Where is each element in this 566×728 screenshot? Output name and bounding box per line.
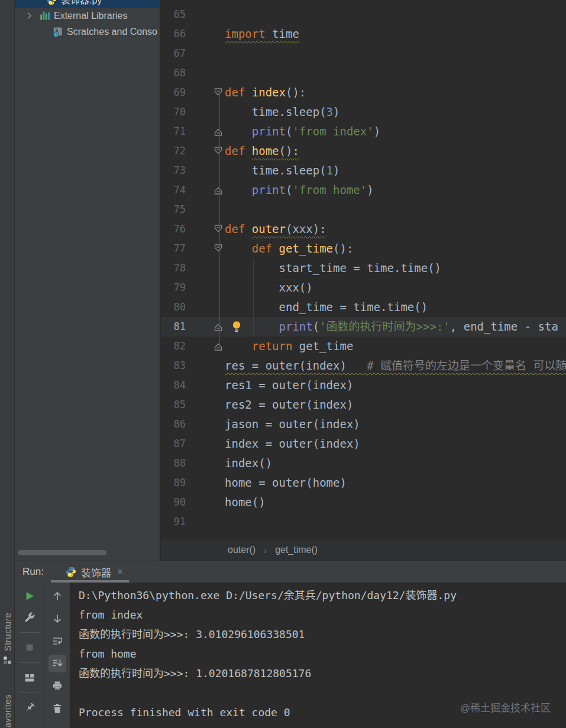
code-text: home = outer(home) [225,473,347,493]
line-number: 90 [166,493,186,512]
down-arrow-button[interactable] [48,610,66,627]
fold-down-icon[interactable] [214,243,223,254]
toolbar-separator [20,662,40,663]
code-text: end_time = time.time() [225,297,428,317]
editor-line-66[interactable]: 66import time [161,24,566,44]
code-text: print('函数的执行时间为>>>:', end_time - sta [225,317,558,337]
settings-button[interactable] [21,609,38,626]
editor-line-69[interactable]: 69def index(): [161,83,566,102]
code-text: return get_time [225,337,353,356]
breadcrumb-item-get-time[interactable]: get_time() [275,545,318,555]
line-number: 65 [166,5,186,24]
toolbar-separator [20,693,40,693]
editor-line-70[interactable]: 70 time.sleep(3) [161,102,566,122]
watermark: @稀土掘金技术社区 [460,700,551,714]
editor-line-76[interactable]: 76def outer(xxx): [161,219,566,239]
editor-line-73[interactable]: 73 time.sleep(1) [161,161,566,180]
line-number: 75 [166,200,186,219]
print-button[interactable] [48,677,66,695]
editor-line-86[interactable]: 86jason = outer(index) [161,415,566,434]
editor-line-74[interactable]: 74 print('from home') [161,180,566,200]
editor-line-75[interactable]: 75 [161,200,566,219]
chevron-right-icon[interactable] [22,11,35,21]
console-line: 函数的执行时间为>>>: 3.010296106338501 [79,625,566,644]
breadcrumb: outer() › get_time() [161,539,566,561]
editor-line-67[interactable]: 67 [161,44,566,63]
print-icon [51,680,63,692]
console-toolbar [45,583,70,728]
scroll-to-end-icon [51,658,63,669]
scroll-to-end-button[interactable] [48,655,66,672]
rerun-button[interactable] [21,587,38,605]
up-arrow-button[interactable] [48,587,66,605]
fold-up-icon[interactable] [214,321,223,332]
run-tab[interactable]: 装饰器 × [51,561,129,583]
breadcrumb-item-outer[interactable]: outer() [228,545,255,555]
line-number: 82 [166,337,186,356]
line-number: 70 [166,102,186,122]
stop-button[interactable] [21,639,38,656]
editor-line-79[interactable]: 79 xxx() [161,278,566,297]
line-number: 79 [166,278,186,297]
editor-line-78[interactable]: 78 start_time = time.time() [161,258,566,278]
editor-line-82[interactable]: 82 return get_time [161,337,566,356]
editor-line-65[interactable]: 65 [161,5,566,24]
code-text: import time [225,24,299,44]
editor-line-90[interactable]: 90home() [161,493,566,512]
fold-down-icon[interactable] [214,87,223,98]
editor-line-68[interactable]: 68 [161,63,566,83]
line-number: 71 [166,122,186,141]
sidebar-tab-favorites[interactable]: Favorites [0,694,15,728]
editor-line-83[interactable]: 83res = outer(index) # 赋值符号的左边是一个变量名 可以随 [161,356,566,376]
favorites-tab-label: Favorites [2,694,12,728]
down-arrow-icon [51,613,63,625]
run-label: Run: [22,561,44,582]
editor-line-89[interactable]: 89home = outer(home) [161,473,566,493]
code-text: start_time = time.time() [225,258,441,278]
close-icon[interactable]: × [117,566,123,578]
line-number: 87 [166,434,186,454]
line-number: 67 [166,44,186,63]
stop-icon [24,642,35,653]
python-icon [46,0,57,5]
fold-up-icon[interactable] [214,341,223,352]
code-text: time.sleep(3) [225,102,340,122]
editor-line-84[interactable]: 84res1 = outer(index) [161,376,566,395]
project-panel: 装饰器.pyExternal LibrariesScratches and Co… [15,0,160,561]
tree-item-label: External Libraries [54,11,128,21]
editor-line-71[interactable]: 71 print('from index') [161,122,566,141]
tree-item-external-libraries[interactable]: External Libraries [15,8,160,24]
editor-line-88[interactable]: 88index() [161,454,566,473]
console-line: D:\Python36\python.exe D:/Users/余其兵/pyth… [79,585,566,605]
editor-line-87[interactable]: 87index = outer(index) [161,434,566,454]
soft-wrap-button[interactable] [48,632,66,650]
fold-down-icon[interactable] [214,145,223,157]
editor-line-72[interactable]: 72def home(): [161,141,566,161]
pin-icon [24,702,35,714]
line-number: 85 [166,395,186,415]
fold-down-icon[interactable] [214,224,223,235]
line-number: 74 [166,180,186,200]
fold-up-icon[interactable] [214,126,223,137]
fold-up-icon[interactable] [214,185,223,196]
editor-line-91[interactable]: 91 [161,512,566,532]
editor-line-80[interactable]: 80 end_time = time.time() [161,297,566,317]
clear-button[interactable] [48,700,66,717]
line-number: 88 [166,454,186,473]
horizontal-scrollbar[interactable] [18,550,106,555]
sidebar-tab-structure[interactable]: Structure [0,613,15,665]
code-text: print('from home') [225,180,374,200]
indent-guide [253,258,254,337]
pin-button[interactable] [21,699,38,717]
line-number: 77 [166,239,186,258]
tree-item-scratches-and-consoles[interactable]: Scratches and Conso [15,24,160,40]
left-tool-stripe: Structure Favorites [0,0,15,728]
editor-line-81[interactable]: 81 print('函数的执行时间为>>>:', end_time - sta [161,317,566,337]
code-editor[interactable]: 6566import time676869def index():70 time… [161,0,566,539]
code-text: index = outer(index) [225,434,360,454]
tree-item-decorator-file[interactable]: 装饰器.py [15,0,160,8]
restore-layout-button[interactable] [21,669,38,687]
code-text: def outer(xxx): [225,219,326,239]
editor-line-85[interactable]: 85res2 = outer(index) [161,395,566,415]
editor-line-77[interactable]: 77 def get_time(): [161,239,566,258]
